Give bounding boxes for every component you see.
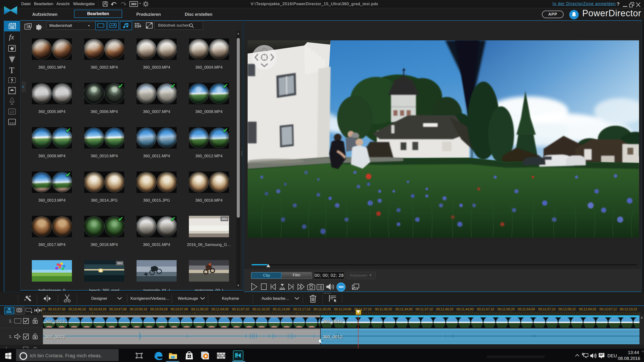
svg-text:123: 123 [10, 110, 14, 114]
